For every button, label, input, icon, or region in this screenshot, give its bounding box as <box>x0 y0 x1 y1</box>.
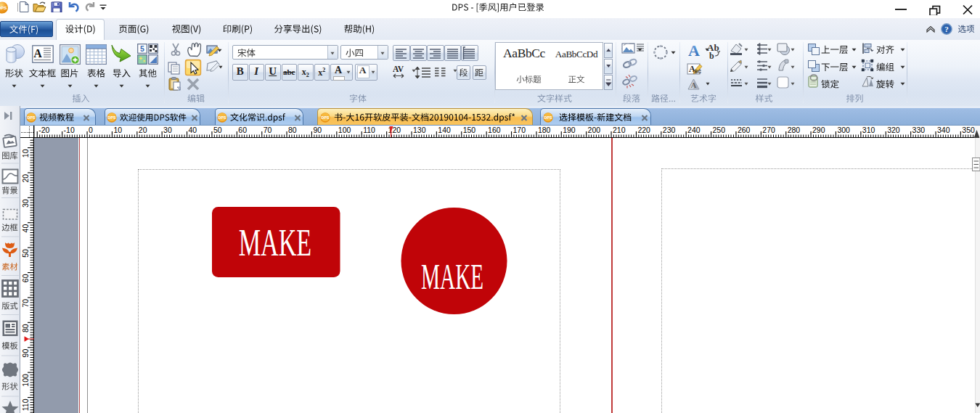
svg-text:DPS: DPS <box>219 115 226 120</box>
svg-text:180: 180 <box>538 126 551 134</box>
svg-text:MAKE: MAKE <box>239 221 312 264</box>
svg-text:250: 250 <box>713 126 726 134</box>
svg-text:110: 110 <box>21 398 30 411</box>
svg-text:100: 100 <box>21 374 30 387</box>
svg-text:30: 30 <box>21 199 30 208</box>
svg-text:50: 50 <box>213 126 222 134</box>
svg-text:0: 0 <box>89 126 93 134</box>
svg-text:260: 260 <box>738 126 751 134</box>
svg-text:5: 5 <box>140 44 144 53</box>
svg-text:DPS: DPS <box>28 115 36 120</box>
svg-text:90: 90 <box>313 126 322 134</box>
svg-text:30: 30 <box>163 126 172 134</box>
svg-text:20: 20 <box>139 126 147 134</box>
svg-text:50: 50 <box>21 249 30 258</box>
svg-text:-10: -10 <box>64 126 75 134</box>
svg-text:10: 10 <box>21 149 30 158</box>
svg-text:60: 60 <box>238 126 247 134</box>
svg-text:BC: BC <box>695 69 702 74</box>
svg-text:320: 320 <box>887 126 900 134</box>
svg-text:20: 20 <box>21 174 30 183</box>
svg-text:330: 330 <box>912 126 926 134</box>
svg-text:DPS: DPS <box>322 115 330 120</box>
svg-text:80: 80 <box>21 324 30 332</box>
svg-text:340: 340 <box>937 126 950 134</box>
svg-text:DPS: DPS <box>108 115 116 120</box>
svg-text:A: A <box>691 81 697 89</box>
svg-text:A: A <box>33 47 42 60</box>
svg-text:MAKE: MAKE <box>421 256 483 297</box>
svg-text:210: 210 <box>613 126 626 134</box>
svg-text:40: 40 <box>189 126 197 134</box>
svg-text:160: 160 <box>488 126 501 134</box>
svg-text:DPS: DPS <box>544 115 552 120</box>
svg-text:280: 280 <box>788 126 801 134</box>
svg-text:300: 300 <box>837 126 850 134</box>
svg-text:70: 70 <box>264 126 272 134</box>
svg-text:90: 90 <box>21 349 30 358</box>
svg-text:140: 140 <box>438 126 451 134</box>
svg-text:-20: -20 <box>38 126 49 134</box>
svg-text:130: 130 <box>413 126 426 134</box>
svg-text:240: 240 <box>687 126 701 134</box>
svg-text:170: 170 <box>513 126 526 134</box>
svg-text:40: 40 <box>21 224 30 233</box>
svg-text:110: 110 <box>363 126 375 134</box>
svg-text:10: 10 <box>113 126 122 134</box>
svg-text:270: 270 <box>762 126 775 134</box>
svg-text:290: 290 <box>812 126 825 134</box>
svg-text:A: A <box>688 41 700 60</box>
svg-text:60: 60 <box>21 274 30 282</box>
svg-text:190: 190 <box>563 126 576 134</box>
svg-text:200: 200 <box>588 126 601 134</box>
svg-text:100: 100 <box>338 126 351 134</box>
svg-text:150: 150 <box>463 126 476 134</box>
svg-text:?: ? <box>944 25 949 33</box>
svg-text:220: 220 <box>637 126 650 134</box>
svg-text:70: 70 <box>21 299 30 308</box>
svg-text:AV: AV <box>393 65 404 73</box>
svg-text:230: 230 <box>663 126 676 134</box>
svg-text:80: 80 <box>288 126 297 134</box>
svg-text:b: b <box>709 51 714 61</box>
svg-text:310: 310 <box>862 126 875 134</box>
